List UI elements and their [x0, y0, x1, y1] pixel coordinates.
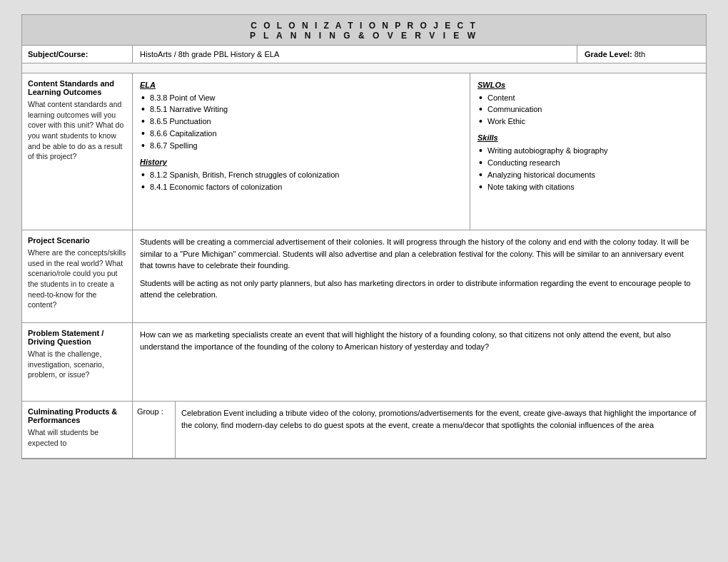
standards-label: Content Standards and Learning Outcomes …: [22, 73, 133, 230]
driving-row: Problem Statement / Driving Question Wha…: [22, 323, 706, 402]
standards-swlos-content: SWLOs Content Communication Work Ethic S…: [470, 73, 706, 230]
scenario-para1: Students will be creating a commercial a…: [140, 236, 699, 272]
list-item: Analyzing historical documents: [477, 170, 699, 181]
culminating-group-label: Group :: [133, 402, 176, 458]
list-item: Conducting research: [477, 158, 699, 169]
grade-value: 8th: [635, 50, 645, 58]
list-item: 8.6.7 Spelling: [140, 140, 462, 152]
list-item: 8.3.8 Point of View: [140, 93, 462, 104]
list-item: Writing autobiography & biography: [477, 145, 699, 157]
header: C O L O N I Z A T I O N P R O J E C T P …: [22, 15, 706, 46]
scenario-row: Project Scenario Where are the concepts/…: [22, 230, 706, 323]
swlos-title: SWLOs: [477, 79, 699, 91]
driving-label-desc: What is the challenge, investigation, sc…: [28, 349, 126, 380]
culminating-row: Culminating Products & Performances What…: [22, 402, 706, 459]
list-item: 8.1.2 Spanish, British, French struggles…: [140, 170, 462, 181]
driving-label-title: Problem Statement / Driving Question: [28, 329, 126, 346]
skills-title: Skills: [477, 132, 699, 144]
grade-label: Grade Level:: [585, 50, 632, 58]
driving-text: How can we as marketing specialists crea…: [140, 330, 671, 351]
header-line2: P L A N N I N G & O V E R V I E W: [25, 31, 703, 41]
list-item: 8.4.1 Economic factors of colonization: [140, 182, 462, 193]
grade-level: Grade Level: 8th: [577, 46, 706, 63]
spacer-row: [22, 63, 706, 73]
subject-row: Subject/Course: HistoArts / 8th grade PB…: [22, 46, 706, 63]
list-item: Content: [477, 93, 699, 104]
history-title: History: [140, 156, 462, 168]
list-item: 8.5.1 Narrative Writing: [140, 104, 462, 116]
culminating-label-desc: What will students be expected to: [28, 427, 126, 448]
scenario-label-title: Project Scenario: [28, 236, 126, 245]
standards-label-title: Content Standards and Learning Outcomes: [28, 79, 126, 96]
subject-label: Subject/Course:: [22, 46, 133, 63]
culminating-value: Celebration Event including a tribute vi…: [176, 402, 706, 458]
list-item: Communication: [477, 104, 699, 116]
subject-value: HistoArts / 8th grade PBL History & ELA: [133, 46, 577, 63]
culminating-label: Culminating Products & Performances What…: [22, 402, 133, 458]
standards-label-desc: What content standards and learning outc…: [28, 99, 126, 162]
page: C O L O N I Z A T I O N P R O J E C T P …: [21, 14, 707, 459]
history-list: 8.1.2 Spanish, British, French struggles…: [140, 170, 462, 193]
ela-title: ELA: [140, 79, 462, 91]
list-item: 8.6.5 Punctuation: [140, 116, 462, 128]
scenario-para2: Students will be acting as not only part…: [140, 277, 699, 301]
standards-ela-content: ELA 8.3.8 Point of View 8.5.1 Narrative …: [133, 73, 470, 230]
driving-label: Problem Statement / Driving Question Wha…: [22, 323, 133, 401]
swlos-list: Content Communication Work Ethic: [477, 93, 699, 128]
list-item: Work Ethic: [477, 116, 699, 128]
list-item: 8.6.6 Capitalization: [140, 128, 462, 140]
scenario-label: Project Scenario Where are the concepts/…: [22, 230, 133, 322]
culminating-label-title: Culminating Products & Performances: [28, 407, 126, 424]
list-item: Note taking with citations: [477, 182, 699, 193]
driving-content: How can we as marketing specialists crea…: [133, 323, 706, 401]
header-line1: C O L O N I Z A T I O N P R O J E C T: [25, 21, 703, 31]
skills-list: Writing autobiography & biography Conduc…: [477, 145, 699, 193]
scenario-label-desc: Where are the concepts/skills used in th…: [28, 247, 126, 310]
standards-row: Content Standards and Learning Outcomes …: [22, 73, 706, 230]
scenario-content: Students will be creating a commercial a…: [133, 230, 706, 322]
ela-list: 8.3.8 Point of View 8.5.1 Narrative Writ…: [140, 93, 462, 153]
